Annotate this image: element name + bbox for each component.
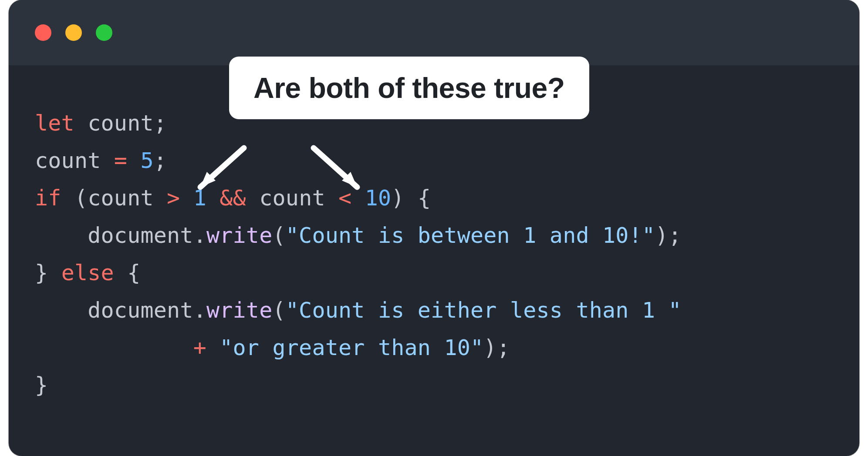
code-block: let count; count = 5; if (count > 1 && c… — [9, 65, 859, 430]
number-5: 5 — [140, 148, 153, 173]
code-line-5: } else { — [35, 260, 140, 285]
code-line-7: + "or greater than 10"); — [35, 335, 510, 360]
number-10: 10 — [365, 185, 392, 211]
code-line-8: } — [35, 372, 48, 398]
keyword-if: if — [35, 185, 61, 211]
operator-and: && — [220, 185, 246, 211]
string-between: "Count is between 1 and 10!" — [286, 223, 655, 248]
window-titlebar — [9, 0, 859, 65]
callout-text: Are both of these true? — [253, 72, 565, 104]
identifier-count: count — [88, 111, 154, 136]
string-greater-than: "or greater than 10" — [220, 335, 483, 360]
minimize-icon[interactable] — [65, 24, 82, 41]
code-line-2: count = 5; — [35, 148, 167, 173]
string-less-than: "Count is either less than 1 " — [286, 298, 682, 323]
operator-lt: < — [338, 185, 351, 211]
keyword-let: let — [35, 111, 74, 136]
keyword-else: else — [61, 260, 114, 285]
function-write: write — [206, 223, 273, 248]
close-icon[interactable] — [35, 24, 51, 41]
code-window: let count; count = 5; if (count > 1 && c… — [9, 0, 859, 456]
maximize-icon[interactable] — [96, 24, 112, 41]
operator-plus: + — [193, 335, 206, 360]
code-line-1: let count; — [35, 111, 167, 136]
code-line-3: if (count > 1 && count < 10) { — [35, 185, 431, 211]
operator-assign: = — [114, 148, 127, 173]
identifier-document: document — [88, 223, 193, 248]
annotation-callout: Are both of these true? — [229, 57, 589, 119]
code-line-4: document.write("Count is between 1 and 1… — [35, 223, 682, 248]
number-1: 1 — [193, 185, 206, 211]
code-line-6: document.write("Count is either less tha… — [35, 298, 682, 323]
operator-gt: > — [167, 185, 180, 211]
